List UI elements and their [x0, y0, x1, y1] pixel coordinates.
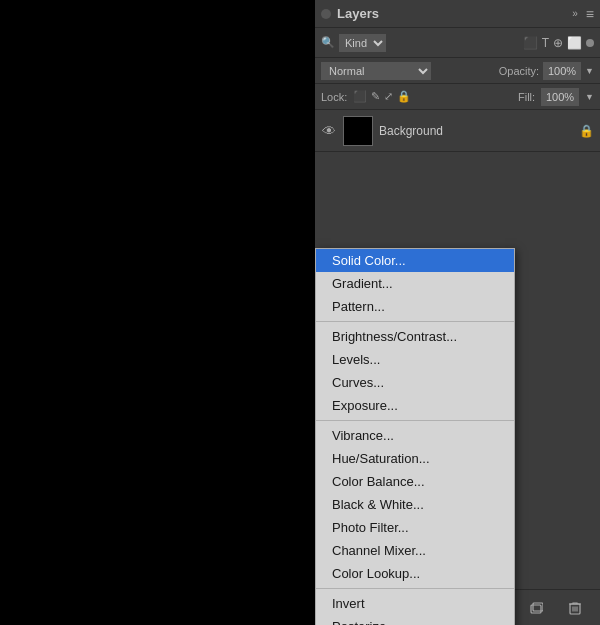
menu-item-posterize---[interactable]: Posterize... [316, 615, 514, 625]
layer-item[interactable]: 👁 Background 🔒 [315, 110, 600, 152]
lock-label: Lock: [321, 91, 347, 103]
pixel-filter-icon[interactable]: ⬛ [523, 36, 538, 50]
delete-layer-button[interactable] [563, 596, 587, 620]
close-button[interactable] [321, 9, 331, 19]
menu-separator [316, 420, 514, 421]
menu-separator [316, 321, 514, 322]
lock-all-icon[interactable]: 🔒 [397, 90, 411, 103]
menu-separator [316, 588, 514, 589]
blend-mode-dropdown[interactable]: Normal [321, 62, 431, 80]
lock-paint-icon[interactable]: ✎ [371, 90, 380, 103]
menu-item-levels---[interactable]: Levels... [316, 348, 514, 371]
menu-item-vibrance---[interactable]: Vibrance... [316, 424, 514, 447]
smart-filter-icon[interactable]: ⬜ [567, 36, 582, 50]
layer-name: Background [379, 124, 573, 138]
panel-menu-icon[interactable]: ≡ [586, 6, 594, 22]
opacity-arrow-icon[interactable]: ▼ [585, 66, 594, 76]
text-filter-icon[interactable]: T [542, 36, 549, 50]
canvas-area [0, 0, 315, 625]
layer-lock-icon: 🔒 [579, 124, 594, 138]
kind-dropdown[interactable]: Kind [339, 34, 386, 52]
menu-item-solid-color---[interactable]: Solid Color... [316, 249, 514, 272]
lock-move-icon[interactable]: ⤢ [384, 90, 393, 103]
menu-item-photo-filter---[interactable]: Photo Filter... [316, 516, 514, 539]
fill-value[interactable]: 100% [541, 88, 579, 106]
lock-icons: ⬛ ✎ ⤢ 🔒 [353, 90, 411, 103]
collapse-icon[interactable]: » [572, 8, 578, 19]
menu-item-brightness-contrast---[interactable]: Brightness/Contrast... [316, 325, 514, 348]
search-bar: 🔍 Kind ⬛ T ⊕ ⬜ [315, 28, 600, 58]
menu-item-black---white---[interactable]: Black & White... [316, 493, 514, 516]
menu-item-hue-saturation---[interactable]: Hue/Saturation... [316, 447, 514, 470]
opacity-label: Opacity: [499, 65, 539, 77]
menu-item-curves---[interactable]: Curves... [316, 371, 514, 394]
menu-item-color-balance---[interactable]: Color Balance... [316, 470, 514, 493]
layer-thumbnail [343, 116, 373, 146]
blend-row: Normal Opacity: 100% ▼ [315, 58, 600, 84]
search-icon: 🔍 [321, 36, 335, 49]
filter-toggle-dot[interactable] [586, 39, 594, 47]
fill-arrow-icon[interactable]: ▼ [585, 92, 594, 102]
fill-label: Fill: [518, 91, 535, 103]
menu-item-invert[interactable]: Invert [316, 592, 514, 615]
menu-item-pattern---[interactable]: Pattern... [316, 295, 514, 318]
adjustment-layer-dropdown: Solid Color...Gradient...Pattern...Brigh… [315, 248, 515, 625]
new-layer-button[interactable] [524, 596, 548, 620]
layer-visibility-icon[interactable]: 👁 [321, 123, 337, 139]
panel-title: Layers [337, 6, 379, 21]
panel-titlebar: Layers » ≡ [315, 0, 600, 28]
menu-item-channel-mixer---[interactable]: Channel Mixer... [316, 539, 514, 562]
panel-title-left: Layers [321, 6, 379, 21]
menu-item-gradient---[interactable]: Gradient... [316, 272, 514, 295]
menu-item-exposure---[interactable]: Exposure... [316, 394, 514, 417]
opacity-value[interactable]: 100% [543, 62, 581, 80]
shape-filter-icon[interactable]: ⊕ [553, 36, 563, 50]
filter-icons: ⬛ T ⊕ ⬜ [523, 36, 594, 50]
menu-item-color-lookup---[interactable]: Color Lookup... [316, 562, 514, 585]
lock-row: Lock: ⬛ ✎ ⤢ 🔒 Fill: 100% ▼ [315, 84, 600, 110]
lock-pixels-icon[interactable]: ⬛ [353, 90, 367, 103]
